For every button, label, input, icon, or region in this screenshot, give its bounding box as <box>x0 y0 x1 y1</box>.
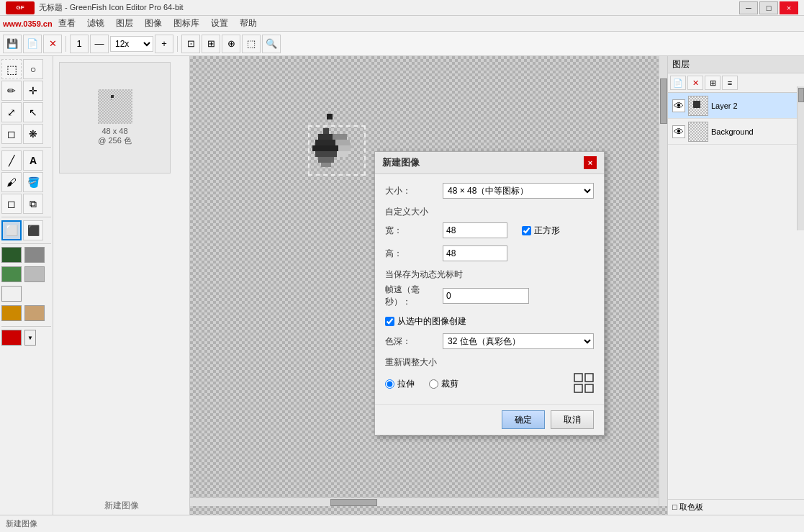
close-file-button[interactable]: ✕ <box>43 35 62 53</box>
menu-settings[interactable]: 设置 <box>205 16 234 31</box>
grid-button-1[interactable]: ⊞ <box>202 35 220 53</box>
left-toolbar: ⬚ ○ ✏ ✛ ⤢ ↖ ◻ ❋ ╱ A 🖌 🪣 ◻ ⧉ ⬜ <box>0 56 53 515</box>
height-input[interactable] <box>443 245 507 261</box>
menu-library[interactable]: 图标库 <box>168 16 205 31</box>
width-input[interactable] <box>443 222 507 238</box>
zoom-out-button[interactable]: — <box>90 35 109 53</box>
menu-layers[interactable]: 图层 <box>110 16 139 31</box>
tool-row-8: ⬜ ⬛ <box>1 220 51 240</box>
menu-help[interactable]: 帮助 <box>234 16 263 31</box>
foreground-color[interactable] <box>1 330 22 346</box>
color-swatch-checker[interactable] <box>1 286 22 302</box>
brush-tool[interactable]: 🖌 <box>1 172 22 192</box>
stretch-radio-label: 拉伸 <box>385 378 415 390</box>
v-scroll-thumb[interactable] <box>660 78 667 124</box>
clear-tool[interactable]: ◻ <box>1 194 22 214</box>
from-selection-text: 从选中的图像创建 <box>397 315 466 328</box>
color-swatch-gray[interactable] <box>24 247 45 263</box>
line-tool[interactable]: ╱ <box>1 150 22 171</box>
background-visibility[interactable]: 👁 <box>672 125 685 138</box>
move-tool[interactable]: ✛ <box>23 81 43 101</box>
layer-item-background[interactable]: 👁 Background <box>668 119 804 145</box>
minimize-button[interactable]: ─ <box>739 1 758 14</box>
color-swatch-tan[interactable] <box>24 305 45 321</box>
zoom-select[interactable]: 12x 8x 4x 1x <box>110 36 153 52</box>
color-swatch-lgray[interactable] <box>24 266 45 282</box>
layers-tool[interactable]: ⬛ <box>23 220 43 240</box>
horizontal-scrollbar[interactable] <box>190 497 659 506</box>
svg-rect-0 <box>323 128 329 134</box>
svg-rect-9 <box>338 145 351 151</box>
marquee-tool[interactable]: ⬚ <box>1 59 22 79</box>
color-swatch-gold[interactable] <box>1 305 22 321</box>
smudge-tool[interactable]: ❋ <box>23 124 43 144</box>
fit-button[interactable]: ⊡ <box>181 35 200 53</box>
custom-size-label: 自定义大小 <box>385 206 594 218</box>
frame-button[interactable]: 1 <box>70 35 89 53</box>
copy-tool[interactable]: ⧉ <box>23 194 43 214</box>
h-scroll-thumb[interactable] <box>330 499 377 506</box>
crop-radio[interactable] <box>429 379 438 389</box>
icon-drawing <box>312 128 356 168</box>
close-window-button[interactable]: × <box>780 1 798 14</box>
search-button[interactable]: 🔍 <box>262 35 281 53</box>
grid-button-2[interactable]: ⊕ <box>222 35 240 53</box>
from-selection-row: 从选中的图像创建 <box>385 315 594 328</box>
fps-row: 帧速（毫秒）： <box>385 284 594 308</box>
color-palette-toggle[interactable]: □ 取色板 <box>668 499 804 515</box>
square-checkbox[interactable] <box>522 226 531 235</box>
new-layer-button[interactable]: 📄 <box>670 76 686 90</box>
tool-separator-3 <box>1 243 51 244</box>
color-dropdown[interactable]: ▼ <box>24 330 36 346</box>
zoom-in-button[interactable]: + <box>155 35 173 53</box>
delete-layer-button[interactable]: ✕ <box>687 76 703 90</box>
svg-rect-6 <box>321 163 331 167</box>
fps-input[interactable] <box>443 288 529 304</box>
new-file-button[interactable]: 📄 <box>23 35 42 53</box>
layer-item-2[interactable]: 👁 Layer 2 <box>668 93 804 119</box>
anim-label: 当保存为动态光标时 <box>385 269 594 281</box>
maximize-button[interactable]: □ <box>759 1 778 14</box>
color-depth-row: 色深： 32 位色（真彩色） 24 位色 8 位色（256色） 4 位色（16色… <box>385 333 594 349</box>
status-bar: 新建图像 <box>0 515 804 532</box>
height-row: 高： <box>385 245 594 261</box>
svg-rect-5 <box>318 157 334 163</box>
menu-filter[interactable]: 滤镜 <box>81 16 110 31</box>
fps-label: 帧速（毫秒）： <box>385 284 443 308</box>
size-row: 大小： 48 × 48（中等图标） 16 × 16（小图标） 32 × 32（标… <box>385 183 594 199</box>
pixel-button[interactable]: ⬚ <box>242 35 261 53</box>
text-tool[interactable]: A <box>23 150 43 171</box>
frame-tool[interactable]: ⬜ <box>1 220 22 240</box>
color-swatch-green[interactable] <box>1 266 22 282</box>
menu-view[interactable]: 查看 <box>53 16 81 31</box>
from-selection-label: 从选中的图像创建 <box>385 315 594 328</box>
fill-tool[interactable]: 🪣 <box>23 172 43 192</box>
color-swatch-green-dark[interactable] <box>1 247 22 263</box>
confirm-button[interactable]: 确定 <box>502 410 545 429</box>
color-row-2 <box>1 266 51 282</box>
layers-scroll-thumb[interactable] <box>798 88 804 102</box>
layer-options-button[interactable]: ≡ <box>722 76 738 90</box>
size-select[interactable]: 48 × 48（中等图标） 16 × 16（小图标） 32 × 32（标准图标）… <box>443 183 594 199</box>
save-button[interactable]: 💾 <box>3 35 22 53</box>
eraser-tool[interactable]: ◻ <box>1 124 22 144</box>
lasso-tool[interactable]: ○ <box>23 59 43 79</box>
menu-image[interactable]: 图像 <box>139 16 168 31</box>
svg-rect-14 <box>585 384 593 392</box>
layer-2-visibility[interactable]: 👁 <box>672 99 685 112</box>
layers-scrollbar[interactable] <box>797 86 804 230</box>
stretch-radio[interactable] <box>385 379 394 389</box>
cancel-button[interactable]: 取消 <box>551 410 594 429</box>
color-depth-select[interactable]: 32 位色（真彩色） 24 位色 8 位色（256色） 4 位色（16色） 1 … <box>443 333 594 349</box>
vertical-scrollbar[interactable] <box>659 56 667 506</box>
tool-row-1: ⬚ ○ <box>1 59 51 79</box>
layers-panel-title: 图层 <box>668 56 804 73</box>
dialog-close-button[interactable]: × <box>584 156 597 169</box>
height-label: 高： <box>385 248 443 260</box>
from-selection-checkbox[interactable] <box>385 317 394 326</box>
select-tool[interactable]: ↖ <box>23 102 43 122</box>
transform-tool[interactable]: ⤢ <box>1 102 22 122</box>
pencil-tool[interactable]: ✏ <box>1 81 22 101</box>
svg-rect-12 <box>585 374 593 382</box>
merge-layers-button[interactable]: ⊞ <box>705 76 721 90</box>
